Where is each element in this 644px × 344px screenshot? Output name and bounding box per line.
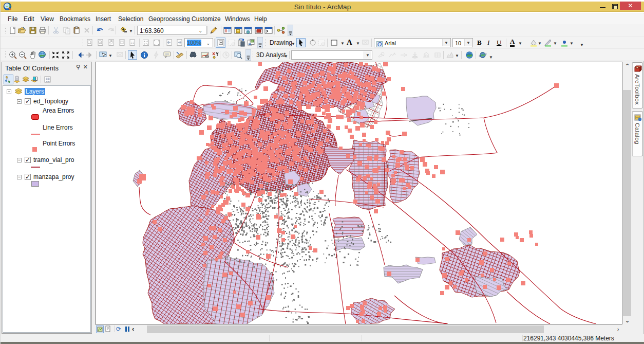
svg-text:1:1: 1:1	[130, 41, 134, 44]
